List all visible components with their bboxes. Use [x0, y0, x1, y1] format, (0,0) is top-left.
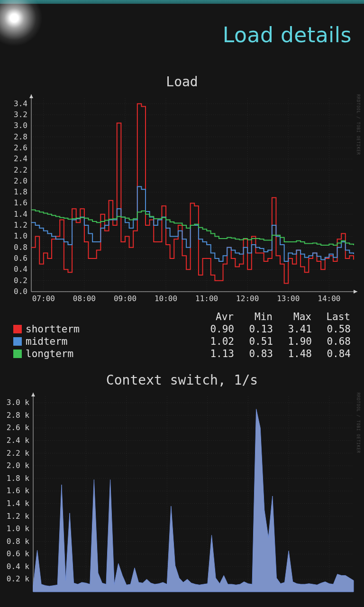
legend-h-last: Last: [312, 311, 351, 323]
legend-longterm-last: 0.84: [312, 348, 351, 360]
svg-text:2.6: 2.6: [14, 143, 27, 152]
svg-text:1.8: 1.8: [14, 187, 27, 196]
chart1-title: Load: [0, 74, 364, 90]
legend-shortterm-avr: 0.90: [195, 323, 234, 335]
svg-text:3.0: 3.0: [14, 121, 27, 130]
svg-text:0.0: 0.0: [14, 287, 27, 296]
svg-text:0.6: 0.6: [14, 254, 27, 263]
svg-text:1.0 k: 1.0 k: [7, 524, 30, 533]
chart2-title: Context switch, 1/s: [0, 372, 364, 388]
svg-text:0.8 k: 0.8 k: [7, 537, 30, 546]
legend-h-max: Max: [273, 311, 312, 323]
legend-shortterm-last: 0.58: [312, 323, 351, 335]
svg-text:2.8: 2.8: [14, 132, 27, 141]
svg-text:2.2 k: 2.2 k: [7, 449, 30, 458]
svg-text:2.4 k: 2.4 k: [7, 436, 30, 445]
svg-text:1.4 k: 1.4 k: [7, 499, 30, 508]
svg-text:0.4 k: 0.4 k: [7, 562, 30, 571]
svg-text:07:00: 07:00: [32, 294, 55, 303]
chart1-svg: 0.00.20.40.60.81.01.21.41.61.82.02.22.42…: [5, 92, 359, 306]
svg-text:14:00: 14:00: [318, 294, 340, 303]
legend-label-longterm: longterm: [26, 348, 73, 359]
svg-text:10:00: 10:00: [155, 294, 177, 303]
glow-decoration: [0, 0, 43, 46]
legend-midterm-last: 0.68: [312, 335, 351, 348]
svg-text:13:00: 13:00: [277, 294, 300, 303]
svg-text:2.4: 2.4: [14, 154, 27, 163]
legend-h-min: Min: [234, 311, 273, 323]
swatch-midterm: [13, 337, 22, 346]
svg-text:0.4: 0.4: [14, 265, 27, 274]
chart1-box: RRDTOOL / TOBI OETIKER 0.00.20.40.60.81.…: [5, 92, 359, 306]
legend-longterm-avr: 1.13: [195, 348, 234, 360]
legend-row-midterm: midterm1.020.511.900.68: [13, 335, 351, 348]
legend-longterm-min: 0.83: [234, 348, 273, 360]
chart1-credit: RRDTOOL / TOBI OETIKER: [356, 94, 360, 155]
legend-midterm-max: 1.90: [273, 335, 312, 348]
swatch-shortterm: [13, 325, 22, 333]
svg-text:0.2 k: 0.2 k: [7, 574, 30, 583]
top-bar: [0, 0, 364, 4]
chart1-legend: Avr Min Max Last shortterm0.900.133.410.…: [13, 311, 351, 360]
svg-text:08:00: 08:00: [73, 294, 96, 303]
legend-shortterm-min: 0.13: [234, 323, 273, 335]
chart2-credit: RRDTOOL / TOBI OETIKER: [356, 393, 360, 453]
chart2-box: RRDTOOL / TOBI OETIKER 0.2 k0.4 k0.6 k0.…: [5, 391, 359, 596]
svg-text:12:00: 12:00: [236, 294, 259, 303]
legend-row-longterm: longterm1.130.831.480.84: [13, 348, 351, 360]
page-title: Load details: [223, 23, 352, 47]
svg-text:2.0 k: 2.0 k: [7, 461, 30, 470]
legend-label-shortterm: shortterm: [26, 323, 80, 335]
svg-text:0.6 k: 0.6 k: [7, 549, 30, 558]
svg-text:2.2: 2.2: [14, 166, 27, 175]
legend-midterm-avr: 1.02: [195, 335, 234, 348]
svg-text:0.8: 0.8: [14, 243, 27, 252]
legend-longterm-max: 1.48: [273, 348, 312, 360]
svg-text:1.2 k: 1.2 k: [7, 512, 30, 521]
header: Load details: [0, 4, 364, 65]
svg-text:2.8 k: 2.8 k: [7, 411, 30, 420]
legend-shortterm-max: 3.41: [273, 323, 312, 335]
svg-text:3.2: 3.2: [14, 110, 27, 119]
svg-text:0.2: 0.2: [14, 276, 27, 285]
svg-text:09:00: 09:00: [114, 294, 136, 303]
svg-text:3.0 k: 3.0 k: [7, 398, 30, 407]
svg-text:3.4: 3.4: [14, 99, 27, 108]
svg-text:1.2: 1.2: [14, 221, 27, 230]
swatch-longterm: [13, 349, 22, 358]
legend-h-avr: Avr: [195, 311, 234, 323]
svg-text:2.6 k: 2.6 k: [7, 423, 30, 432]
svg-text:1.6 k: 1.6 k: [7, 486, 30, 495]
svg-text:1.8 k: 1.8 k: [7, 474, 30, 483]
svg-text:1.6: 1.6: [14, 198, 27, 207]
chart2-svg: 0.2 k0.4 k0.6 k0.8 k1.0 k1.2 k1.4 k1.6 k…: [5, 391, 359, 596]
svg-text:2.0: 2.0: [14, 176, 27, 185]
legend-label-midterm: midterm: [26, 336, 68, 347]
svg-text:1.4: 1.4: [14, 210, 27, 219]
svg-text:11:00: 11:00: [195, 294, 218, 303]
legend-row-shortterm: shortterm0.900.133.410.58: [13, 323, 351, 335]
svg-text:1.0: 1.0: [14, 231, 27, 240]
legend-midterm-min: 0.51: [234, 335, 273, 348]
